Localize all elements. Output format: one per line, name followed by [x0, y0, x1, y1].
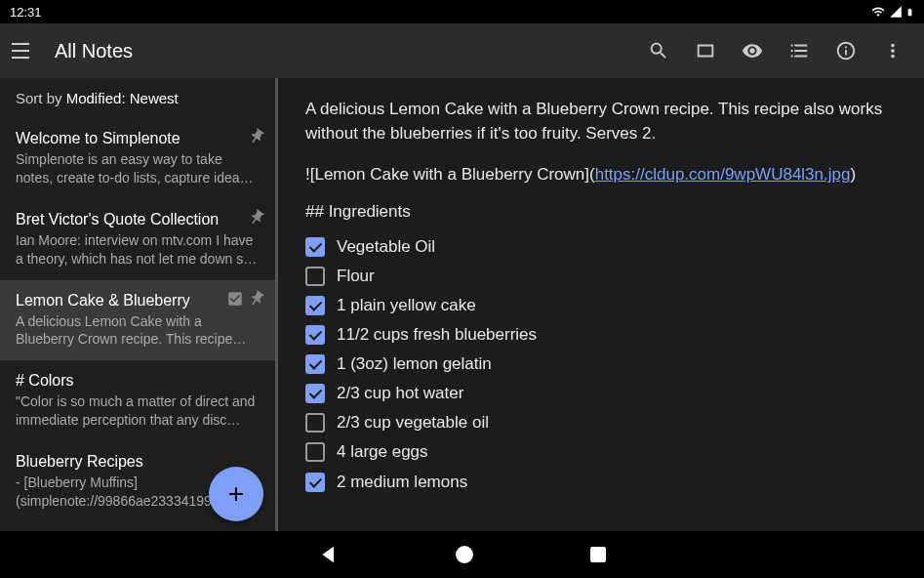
note-editor[interactable]: A delicious Lemon Cake with a Blueberry … — [278, 78, 924, 531]
app-title: All Notes — [55, 40, 647, 62]
sort-bar[interactable]: Sort by Modified: Newest — [0, 78, 275, 118]
ingredient-item[interactable]: 4 large eggs — [305, 442, 895, 462]
home-button[interactable] — [456, 546, 473, 563]
layout-button[interactable] — [694, 39, 717, 62]
ingredient-checkbox[interactable] — [305, 413, 325, 433]
ingredient-label: 1 plain yellow cake — [337, 296, 476, 315]
ingredients-heading: ## Ingredients — [305, 202, 895, 222]
battery-icon — [905, 5, 914, 20]
ingredient-item[interactable]: 2/3 cup vegetable oil — [305, 413, 895, 433]
image-url-link[interactable]: https://cldup.com/9wpWU84l3n.jpg — [595, 165, 851, 184]
note-item-icons — [248, 128, 265, 145]
ingredient-checkbox[interactable] — [305, 296, 325, 315]
note-item-preview: A delicious Lemon Cake with a Blueberry … — [16, 312, 260, 350]
ingredient-label: 2/3 cup vegetable oil — [337, 413, 489, 433]
recents-button[interactable] — [590, 547, 606, 562]
note-image-link: ![Lemon Cake with a Blueberry Crown](htt… — [305, 165, 895, 185]
wifi-icon — [870, 5, 886, 19]
ingredient-label: Flour — [337, 267, 375, 286]
ingredient-checkbox[interactable] — [305, 384, 325, 403]
note-item-title: # Colors — [16, 372, 260, 390]
note-item-icons — [248, 209, 265, 227]
ingredient-label: 4 large eggs — [337, 442, 428, 462]
new-note-fab[interactable]: + — [209, 467, 263, 521]
ingredient-checkbox[interactable] — [305, 473, 325, 492]
note-item-title: Bret Victor's Quote Collection — [16, 211, 260, 228]
note-item-preview: "Color is so much a matter of direct and… — [16, 392, 260, 430]
note-list-item[interactable]: Lemon Cake & Blueberry A delicious Lemon… — [0, 280, 275, 361]
info-button[interactable] — [834, 39, 858, 62]
ingredient-item[interactable]: 2/3 cup hot water — [305, 384, 895, 403]
ingredient-item[interactable]: 2 medium lemons — [305, 472, 895, 493]
ingredient-label: 2/3 cup hot water — [337, 384, 463, 403]
ingredient-checkbox[interactable] — [305, 267, 325, 286]
ingredient-item[interactable]: Vegetable Oil — [305, 237, 895, 257]
ingredient-item[interactable]: Flour — [305, 267, 895, 286]
ingredient-item[interactable]: 1 plain yellow cake — [305, 296, 895, 315]
sort-value: Modified: Newest — [66, 90, 179, 106]
note-item-icons — [226, 290, 265, 308]
note-item-title: Blueberry Recipes — [16, 453, 260, 471]
ingredient-item[interactable]: 1 (3oz) lemon gelatin — [305, 354, 895, 374]
note-item-title: Lemon Cake & Blueberry — [16, 292, 260, 310]
note-list-sidebar[interactable]: Sort by Modified: Newest Welcome to Simp… — [0, 78, 278, 531]
sort-prefix: Sort by — [16, 90, 66, 106]
signal-icon — [889, 5, 903, 19]
menu-button[interactable] — [12, 39, 35, 62]
note-list-item[interactable]: # Colors "Color is so much a matter of d… — [0, 360, 275, 441]
ingredient-checkbox[interactable] — [305, 442, 325, 462]
ingredient-label: 2 medium lemons — [337, 473, 467, 492]
system-nav-bar — [0, 531, 924, 578]
note-item-title: Welcome to Simplenote — [16, 130, 260, 147]
status-time: 12:31 — [10, 5, 42, 20]
note-list-item[interactable]: Bret Victor's Quote Collection Ian Moore… — [0, 199, 275, 280]
note-item-preview: Simplenote is an easy way to take notes,… — [16, 150, 260, 187]
ingredient-checkbox[interactable] — [305, 237, 325, 257]
ingredients-list: Vegetable Oil Flour 1 plain yellow cake … — [305, 237, 895, 493]
checklist-button[interactable] — [787, 39, 811, 62]
ingredient-label: 1 (3oz) lemon gelatin — [337, 354, 492, 374]
back-button[interactable] — [319, 545, 339, 564]
overflow-button[interactable] — [881, 39, 904, 62]
ingredient-label: Vegetable Oil — [337, 237, 435, 257]
status-bar: 12:31 — [0, 0, 924, 23]
ingredient-label: 11/2 cups fresh blueberries — [337, 325, 537, 345]
ingredient-checkbox[interactable] — [305, 354, 325, 374]
note-list-item[interactable]: Welcome to Simplenote Simplenote is an e… — [0, 118, 275, 199]
ingredient-item[interactable]: 11/2 cups fresh blueberries — [305, 325, 895, 345]
note-intro: A delicious Lemon Cake with a Blueberry … — [305, 98, 895, 145]
status-icons — [870, 5, 914, 20]
search-button[interactable] — [647, 39, 670, 62]
preview-button[interactable] — [741, 39, 764, 62]
ingredient-checkbox[interactable] — [305, 325, 325, 345]
note-item-preview: Ian Moore: interview on mtv.com I have a… — [16, 231, 260, 268]
app-bar: All Notes — [0, 23, 924, 78]
